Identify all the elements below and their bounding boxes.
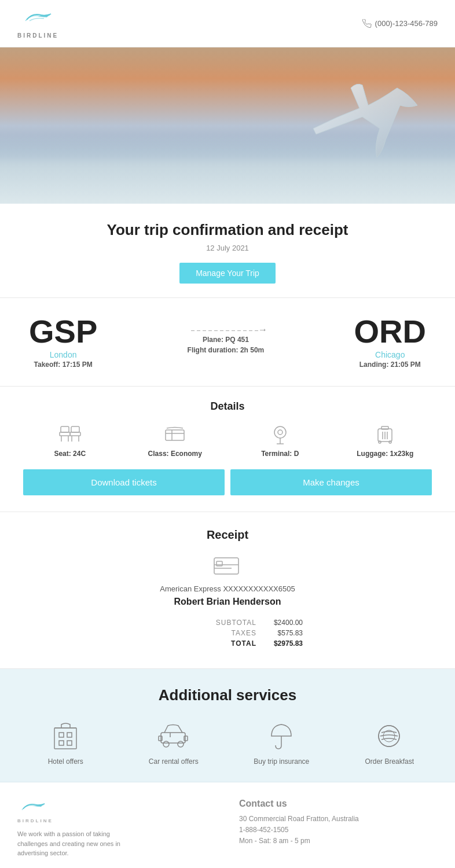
service-breakfast[interactable]: Order Breakfast bbox=[336, 718, 444, 766]
terminal-label: Terminal: D bbox=[228, 450, 333, 458]
service-car[interactable]: Car rental offers bbox=[120, 718, 228, 766]
terminal-icon bbox=[267, 424, 293, 445]
details-title: Details bbox=[17, 400, 438, 413]
duration-value: 2h 50m bbox=[240, 346, 264, 354]
service-hotel[interactable]: Hotel offers bbox=[12, 718, 120, 766]
additional-title: Additional services bbox=[12, 686, 443, 704]
svg-rect-24 bbox=[217, 561, 222, 566]
class-value: Economy bbox=[171, 450, 202, 458]
taxes-row: TAXES $575.83 bbox=[152, 629, 303, 637]
svg-point-35 bbox=[178, 741, 184, 747]
subtotal-value: $2400.00 bbox=[256, 619, 303, 627]
plane-number: PQ 451 bbox=[225, 336, 249, 344]
taxes-label: TAXES bbox=[152, 629, 256, 637]
phone-icon bbox=[362, 19, 372, 28]
services-row: Hotel offers bbox=[12, 718, 443, 766]
origin-time: Takeoff: 17:15 PM bbox=[29, 361, 97, 369]
contact-phone: 1-888-452-1505 bbox=[239, 826, 438, 834]
svg-point-42 bbox=[383, 730, 395, 742]
confirmation-section: Your trip confirmation and receipt 12 Ju… bbox=[0, 204, 455, 298]
card-icon bbox=[213, 556, 242, 578]
total-row: TOTAL $2975.83 bbox=[152, 639, 303, 648]
footer-top: BIRDLINE We work with a passion of takin… bbox=[17, 799, 438, 858]
duration-text-label: Flight duration: bbox=[188, 346, 238, 354]
manage-trip-button[interactable]: Manage Your Trip bbox=[179, 263, 276, 284]
logo-text: BIRDLINE bbox=[17, 32, 58, 39]
svg-rect-1 bbox=[60, 432, 70, 436]
svg-rect-5 bbox=[70, 432, 80, 436]
detail-class: Class: Economy bbox=[123, 424, 228, 458]
food-icon bbox=[372, 718, 407, 753]
car-icon bbox=[156, 718, 191, 753]
terminal-text-label: Terminal: bbox=[261, 450, 292, 458]
service-insurance[interactable]: Buy trip insurance bbox=[228, 718, 336, 766]
svg-rect-29 bbox=[67, 733, 72, 737]
svg-rect-0 bbox=[61, 426, 69, 432]
contact-address: 30 Commercial Road Fratton, Australia bbox=[239, 815, 438, 823]
details-icons: Seat: 24C Class: bbox=[17, 424, 438, 458]
detail-luggage: Luggage: 1x23kg bbox=[333, 424, 438, 458]
origin-code: GSP bbox=[29, 315, 97, 348]
receipt-title: Receipt bbox=[23, 528, 432, 542]
footer-brand: BIRDLINE We work with a passion of takin… bbox=[17, 799, 216, 858]
svg-rect-16 bbox=[381, 426, 388, 429]
subtotal-row: SUBTOTAL $2400.00 bbox=[152, 619, 303, 627]
receipt-section: Receipt American Express XXXXXXXXXXX6505… bbox=[0, 512, 455, 669]
svg-point-20 bbox=[379, 441, 381, 443]
luggage-label: Luggage: 1x23kg bbox=[333, 450, 438, 458]
svg-rect-4 bbox=[71, 426, 79, 432]
footer-logo: BIRDLINE bbox=[17, 799, 216, 823]
landing-label: Landing: bbox=[359, 361, 389, 369]
flight-section: GSP London Takeoff: 17:15 PM Plane: PQ 4… bbox=[0, 298, 455, 387]
dest-code: ORD bbox=[354, 315, 426, 348]
action-buttons: Download tickets Make changes bbox=[17, 469, 438, 495]
seat-value: 24C bbox=[73, 450, 86, 458]
svg-rect-36 bbox=[159, 736, 162, 741]
luggage-text-label: Luggage: bbox=[357, 450, 388, 458]
seat-icon bbox=[57, 424, 83, 445]
seat-text-label: Seat: bbox=[54, 450, 71, 458]
class-text-label: Class: bbox=[148, 450, 169, 458]
confirmation-title: Your trip confirmation and receipt bbox=[23, 221, 432, 239]
landing-time: 21:05 PM bbox=[391, 361, 421, 369]
arrow-line bbox=[191, 330, 260, 331]
confirmation-date: 12 July 2021 bbox=[23, 244, 432, 252]
dest-time: Landing: 21:05 PM bbox=[354, 361, 426, 369]
breakfast-label: Order Breakfast bbox=[336, 757, 444, 766]
dest-city: Chicago bbox=[354, 350, 426, 359]
flight-duration: Flight duration: 2h 50m bbox=[97, 346, 354, 354]
make-changes-button[interactable]: Make changes bbox=[230, 469, 432, 495]
logo-icon bbox=[21, 8, 56, 31]
insurance-label: Buy trip insurance bbox=[228, 757, 336, 766]
email-wrapper: BIRDLINE (000)-123-456-789 Your trip c bbox=[0, 0, 455, 868]
hero-image bbox=[0, 47, 455, 204]
card-number: American Express XXXXXXXXXXX6505 bbox=[23, 584, 432, 593]
airport-dest: ORD Chicago Landing: 21:05 PM bbox=[354, 315, 426, 369]
svg-rect-27 bbox=[54, 728, 76, 749]
hotel-icon bbox=[48, 718, 83, 753]
footer: BIRDLINE We work with a passion of takin… bbox=[0, 782, 455, 868]
svg-rect-31 bbox=[67, 741, 72, 745]
total-value: $2975.83 bbox=[256, 639, 303, 648]
phone-area: (000)-123-456-789 bbox=[362, 19, 438, 28]
header: BIRDLINE (000)-123-456-789 bbox=[0, 0, 455, 47]
cardholder-name: Robert Brian Henderson bbox=[23, 597, 432, 607]
umbrella-icon bbox=[264, 718, 299, 753]
download-tickets-button[interactable]: Download tickets bbox=[23, 469, 225, 495]
class-icon bbox=[162, 424, 188, 445]
car-label: Car rental offers bbox=[120, 757, 228, 766]
plane-text-label: Plane: bbox=[203, 336, 223, 344]
svg-rect-28 bbox=[59, 733, 64, 737]
svg-rect-30 bbox=[59, 741, 64, 745]
footer-brand-name: BIRDLINE bbox=[17, 818, 53, 823]
hotel-label: Hotel offers bbox=[12, 757, 120, 766]
takeoff-time: 17:15 PM bbox=[63, 361, 93, 369]
logo-area: BIRDLINE bbox=[17, 8, 58, 39]
contact-hours: Mon - Sat: 8 am - 5 pm bbox=[239, 837, 438, 845]
svg-point-12 bbox=[278, 430, 282, 435]
svg-point-21 bbox=[389, 441, 391, 443]
phone-number: (000)-123-456-789 bbox=[375, 19, 438, 28]
details-section: Details bbox=[0, 387, 455, 512]
origin-city: London bbox=[29, 350, 97, 359]
flight-arrow bbox=[97, 330, 354, 331]
